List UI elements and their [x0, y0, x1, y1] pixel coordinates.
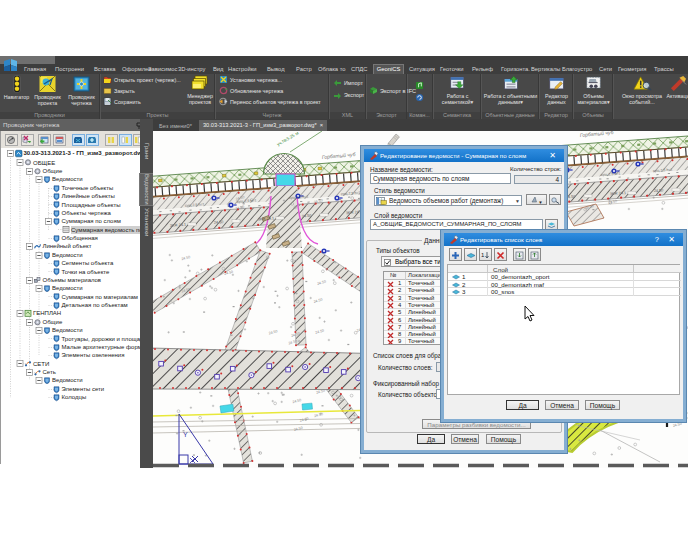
svg-text:24.50: 24.50 [316, 388, 326, 394]
svg-text:24.50: 24.50 [315, 328, 325, 334]
svg-text:24.50: 24.50 [292, 398, 302, 404]
svg-text:24.50: 24.50 [224, 270, 234, 276]
svg-text:24.50: 24.50 [299, 417, 309, 423]
svg-text:1: 1 [481, 252, 485, 258]
svg-text:Горбатый чуб: Горбатый чуб [322, 151, 356, 160]
svg-text:24.50: 24.50 [181, 255, 191, 261]
svg-text:Горбатый чуб: Горбатый чуб [580, 131, 614, 138]
svg-text:24.50: 24.50 [317, 280, 327, 286]
svg-text:24.50: 24.50 [268, 329, 278, 335]
svg-text:24.50: 24.50 [672, 422, 682, 428]
svg-text:Y: Y [183, 431, 188, 438]
svg-text:24.50: 24.50 [293, 426, 303, 432]
svg-text:24.50: 24.50 [314, 412, 324, 418]
svg-text:24.50: 24.50 [654, 188, 664, 193]
svg-text:24.50: 24.50 [313, 298, 323, 304]
svg-text:уч.№3-25 м: уч.№3-25 м [276, 131, 299, 147]
svg-text:24.50: 24.50 [302, 214, 312, 219]
svg-text:24.50: 24.50 [566, 195, 576, 200]
svg-text:24.50: 24.50 [214, 220, 224, 225]
